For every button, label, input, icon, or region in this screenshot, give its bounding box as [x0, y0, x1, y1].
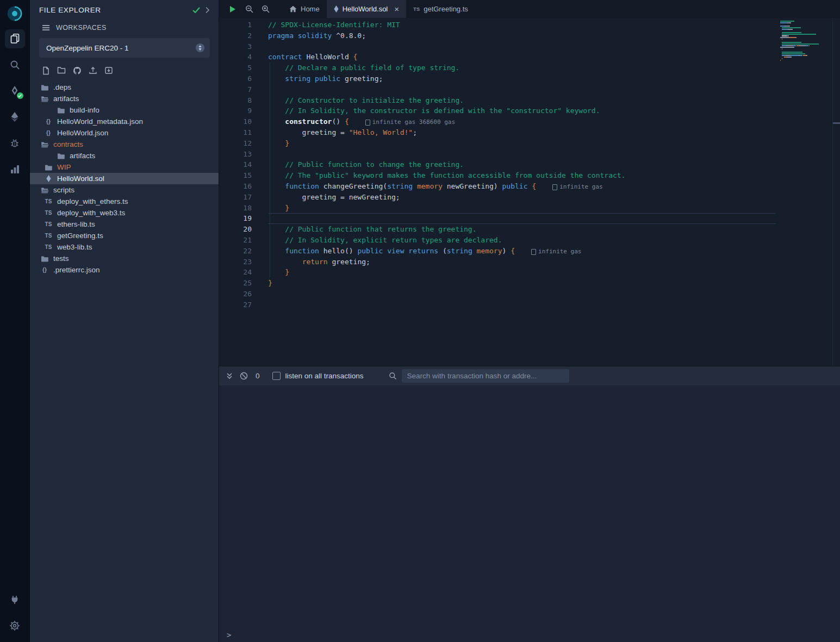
tab-label: HelloWorld.sol	[343, 5, 388, 13]
tree-item-WIP[interactable]: WIP	[30, 161, 219, 173]
code-line[interactable]	[268, 149, 776, 160]
code-line[interactable]: }	[268, 278, 776, 289]
debugger-icon[interactable]	[0, 130, 30, 156]
code-line[interactable]: greeting = "Hello, World!";	[268, 127, 776, 138]
settings-gear-icon[interactable]	[0, 613, 30, 639]
code-line[interactable]: // Declare a public field of type string…	[268, 63, 776, 73]
line-number: 3	[219, 41, 263, 52]
plugin-connect-icon[interactable]	[0, 587, 30, 613]
code-editor[interactable]: 1234567891011121314151617181920212223242…	[219, 18, 840, 366]
tree-item-web3-lib.ts[interactable]: TSweb3-lib.ts	[30, 241, 219, 253]
code-line[interactable]: // In Solidity, the constructor is defin…	[268, 105, 776, 116]
code-line[interactable]: // The "public" keyword makes the functi…	[268, 170, 776, 181]
home-icon	[289, 5, 297, 13]
code-line[interactable]: string public greeting;	[268, 73, 776, 84]
check-icon[interactable]	[192, 7, 200, 13]
terminal-prompt[interactable]: >	[227, 631, 231, 639]
close-tab-icon[interactable]: ×	[394, 5, 399, 13]
tree-item-build-info[interactable]: build-info	[30, 104, 219, 116]
create-folder-icon[interactable]	[57, 66, 66, 75]
zoom-out-icon[interactable]	[241, 0, 257, 18]
tree-item-.deps[interactable]: .deps	[30, 82, 219, 93]
minimap[interactable]	[780, 21, 826, 65]
tree-item-artifacts[interactable]: artifacts	[30, 150, 219, 161]
tab-list: HomeHelloWorld.sol×TSgetGreeting.ts	[282, 0, 475, 18]
code-line[interactable]: }	[268, 267, 776, 278]
code-line[interactable]	[268, 84, 776, 95]
tree-item-label: web3-lib.ts	[57, 243, 92, 251]
tree-item-ethers-lib.ts[interactable]: TSethers-lib.ts	[30, 219, 219, 230]
code-line[interactable]: // Constructor to initialize the greetin…	[268, 95, 776, 106]
remix-ide: FILE EXPLORER WORKSPACES OpenZeppelin ER…	[0, 0, 840, 642]
chevron-right-icon[interactable]	[206, 7, 210, 14]
tree-item-HelloWorld.json[interactable]: {}HelloWorld.json	[30, 127, 219, 139]
code-line[interactable]: greeting = newGreeting;	[268, 192, 776, 203]
indent-guide	[270, 63, 270, 278]
typescript-file-icon: TS	[44, 198, 53, 204]
deploy-run-icon[interactable]	[0, 104, 30, 130]
folder-open-icon	[40, 96, 49, 102]
tree-item-label: deploy_with_web3.ts	[57, 209, 125, 217]
tree-item-.prettierrc.json[interactable]: {}.prettierrc.json	[30, 264, 219, 276]
code-line[interactable]: // Public function that returns the gree…	[268, 224, 776, 235]
code-content[interactable]: // SPDX-License-Identifier: MITpragma so…	[263, 18, 776, 366]
listen-transactions-checkbox[interactable]	[272, 372, 281, 380]
code-line[interactable]: function hello() public view returns (st…	[268, 246, 776, 257]
search-icon[interactable]	[0, 52, 30, 78]
main-area: HomeHelloWorld.sol×TSgetGreeting.ts 1234…	[219, 0, 840, 642]
code-line[interactable]: // Public function to change the greetin…	[268, 159, 776, 170]
code-line[interactable]: }	[268, 138, 776, 149]
tree-item-getGreeting.ts[interactable]: TSgetGreeting.ts	[30, 230, 219, 241]
tree-item-contracts[interactable]: contracts	[30, 139, 219, 150]
code-line[interactable]: // In Solidity, explicit return types ar…	[268, 235, 776, 246]
line-number: 27	[219, 300, 263, 310]
upload-file-icon[interactable]	[89, 66, 97, 75]
tree-item-HelloWorld.sol[interactable]: HelloWorld.sol	[30, 173, 219, 184]
terminal-search-input[interactable]	[402, 369, 569, 383]
code-line[interactable]: contract HelloWorld {	[268, 52, 776, 63]
line-number: 11	[219, 127, 263, 138]
tab-Home[interactable]: Home	[282, 0, 327, 18]
sol-icon	[334, 5, 339, 13]
code-line[interactable]	[268, 289, 776, 300]
create-file-icon[interactable]	[42, 66, 50, 75]
zoom-in-icon[interactable]	[257, 0, 273, 18]
line-number: 26	[219, 289, 263, 300]
tree-item-tests[interactable]: tests	[30, 253, 219, 264]
tree-item-HelloWorld_metadata.json[interactable]: {}HelloWorld_metadata.json	[30, 116, 219, 127]
plugin-manager-icon[interactable]	[0, 156, 30, 182]
code-line[interactable]	[268, 300, 776, 310]
tree-item-label: HelloWorld.json	[57, 129, 108, 137]
tree-item-label: WIP	[57, 163, 71, 171]
import-icon[interactable]	[104, 66, 113, 75]
code-line[interactable]	[268, 41, 776, 52]
solidity-compiler-icon[interactable]	[0, 78, 30, 104]
code-line[interactable]: // SPDX-License-Identifier: MIT	[268, 20, 776, 30]
activity-bar	[0, 0, 30, 642]
code-line[interactable]: function changeGreeting(string memory ne…	[268, 181, 776, 192]
tree-item-deploy_with_web3.ts[interactable]: TSdeploy_with_web3.ts	[30, 207, 219, 219]
terminal-expand-icon[interactable]	[226, 372, 233, 379]
code-line[interactable]: constructor() {infinite gas 368600 gas	[268, 116, 776, 127]
line-number: 21	[219, 235, 263, 246]
tree-item-deploy_with_ethers.ts[interactable]: TSdeploy_with_ethers.ts	[30, 196, 219, 207]
code-line[interactable]: return greeting;	[268, 257, 776, 267]
file-tree: .depsartifactsbuild-info{}HelloWorld_met…	[30, 78, 219, 642]
code-line[interactable]: }	[268, 203, 776, 214]
tab-HelloWorld.sol[interactable]: HelloWorld.sol×	[327, 0, 406, 18]
workspaces-menu-icon[interactable]	[42, 24, 50, 31]
code-line[interactable]	[268, 213, 776, 224]
code-line[interactable]: pragma solidity ^0.8.0;	[268, 30, 776, 41]
tab-getGreeting.ts[interactable]: TSgetGreeting.ts	[406, 0, 475, 18]
tree-item-scripts[interactable]: scripts	[30, 184, 219, 196]
workspace-select[interactable]: OpenZeppelin ERC20 - 1	[39, 38, 210, 58]
editor-scrollbar[interactable]	[832, 18, 840, 366]
remix-logo-icon[interactable]	[3, 2, 27, 26]
workspace-switch-icon[interactable]	[195, 43, 205, 53]
clear-console-icon[interactable]	[240, 372, 248, 380]
tree-item-artifacts[interactable]: artifacts	[30, 93, 219, 104]
run-script-button[interactable]	[225, 0, 241, 18]
terminal-output[interactable]: >	[219, 385, 840, 642]
file-explorer-icon[interactable]	[0, 26, 30, 52]
clone-github-icon[interactable]	[73, 66, 82, 75]
